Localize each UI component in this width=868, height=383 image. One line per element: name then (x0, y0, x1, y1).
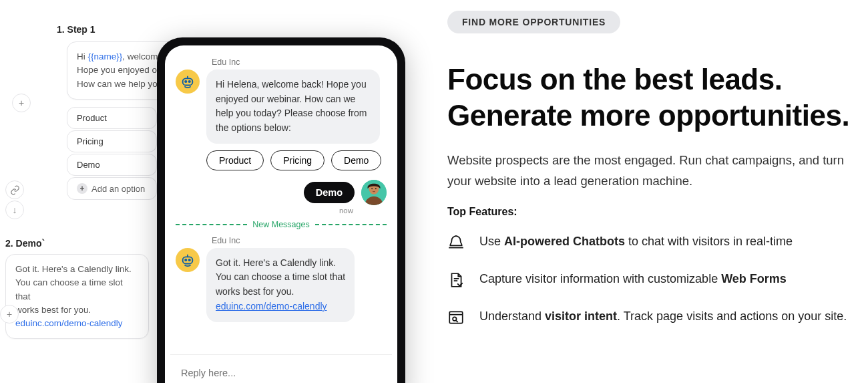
svg-point-6 (371, 188, 373, 189)
f3-post: . Track page visits and actions on your … (617, 309, 847, 323)
new-messages-label: New Messages (252, 220, 309, 229)
step1-name-placeholder: {{name}} (88, 51, 123, 61)
feature-chatbots: Use AI-powered Chatbots to chat with vis… (447, 233, 861, 251)
f3-bold: visitor intent (545, 309, 617, 323)
bell-icon (447, 234, 465, 251)
user-reply-bubble: Demo (304, 182, 355, 203)
reply-input[interactable] (181, 368, 381, 378)
sender-name-1: Edu Inc (212, 57, 387, 67)
new-messages-divider: New Messages (176, 220, 387, 229)
quick-reply-row: Product Pricing Demo (206, 150, 387, 170)
arrow-down-icon[interactable]: ↓ (5, 201, 24, 219)
headline-line1: Focus on the best leads. (447, 63, 782, 96)
add-connector-icon-2[interactable]: + (0, 305, 19, 324)
headline-line2: Generate more opportunities. (447, 99, 849, 132)
features-list: Use AI-powered Chatbots to chat with vis… (447, 233, 861, 326)
calendly-link[interactable]: eduinc.com/demo-calendly (216, 301, 327, 311)
chip-demo[interactable]: Demo (331, 150, 381, 170)
option-product[interactable]: Product (67, 107, 157, 129)
chip-pricing[interactable]: Pricing (270, 150, 324, 170)
sender-name-2: Edu Inc (212, 236, 387, 245)
browser-search-icon (447, 309, 465, 326)
link-icon[interactable] (5, 180, 24, 199)
step2-l1: Got it. Here's a Calendly link. (15, 264, 132, 274)
option-pricing-label: Pricing (77, 136, 103, 146)
svg-point-10 (189, 259, 190, 261)
bot-avatar-icon-2 (176, 248, 200, 272)
f1-post: to chat with visitors in real-time (625, 235, 793, 248)
step2-l2: You can choose a time slot that (15, 277, 123, 301)
user-avatar (361, 180, 387, 205)
chat-window: Edu Inc Hi Helena, welcome back! Hope yo… (165, 45, 397, 383)
chip-product[interactable]: Product (206, 150, 264, 170)
bot-message-2-row: Got it. Here's a Calendly link. You can … (176, 248, 387, 322)
bot-message-1: Hi Helena, welcome back! Hope you enjoye… (206, 70, 380, 144)
svg-rect-8 (183, 257, 193, 263)
f2-bold: Web Forms (721, 272, 787, 285)
chat-phone-mockup: Edu Inc Hi Helena, welcome back! Hope yo… (157, 37, 405, 383)
step1-heading: 1. Step 1 (57, 24, 95, 35)
option-pricing[interactable]: Pricing (67, 130, 157, 152)
add-connector-icon[interactable]: + (12, 94, 31, 112)
user-reply-row: Demo (176, 180, 387, 205)
f3-pre: Understand (479, 309, 545, 323)
option-demo[interactable]: Demo (67, 154, 157, 176)
form-icon (447, 271, 465, 289)
option-product-label: Product (77, 113, 107, 123)
bot2-l3: works best for you. (216, 286, 294, 297)
timestamp-now: now (176, 207, 353, 215)
add-option-button[interactable]: + Add an option (67, 177, 157, 200)
page-subtext: Website prospects are the most engaged. … (447, 150, 861, 191)
svg-rect-1 (183, 78, 193, 85)
plus-icon: + (77, 183, 87, 194)
svg-point-9 (185, 259, 186, 261)
svg-point-7 (375, 188, 377, 189)
step1-text-pre: Hi (77, 51, 88, 61)
svg-point-12 (453, 317, 456, 321)
svg-point-3 (189, 81, 190, 82)
page-headline: Focus on the best leads. Generate more o… (447, 61, 861, 133)
top-features-heading: Top Features: (447, 206, 861, 218)
bot-message-2: Got it. Here's a Calendly link. You can … (206, 248, 355, 322)
svg-point-2 (185, 81, 186, 82)
step2-message-card[interactable]: Got it. Here's a Calendly link. You can … (5, 254, 149, 339)
step2-calendly-link[interactable]: eduinc.com/demo-calendly (15, 318, 123, 328)
step1-text-line3: How can we help you... (77, 79, 170, 89)
step2-heading: 2. Demo` (5, 238, 45, 249)
f2-pre: Capture visitor information with customi… (479, 272, 721, 285)
step2-l3: works best for you. (15, 305, 91, 315)
bot2-l2: You can choose a time slot that (216, 271, 345, 282)
option-demo-label: Demo (77, 160, 100, 170)
section-badge: FIND MORE OPPORTUNITIES (447, 11, 620, 33)
feature-visitor-intent: Understand visitor intent. Track page vi… (447, 307, 861, 326)
f1-pre: Use (479, 235, 504, 248)
feature-webforms: Capture visitor information with customi… (447, 270, 861, 289)
bot-message-1-row: Hi Helena, welcome back! Hope you enjoye… (176, 70, 387, 144)
bot-avatar-icon (176, 70, 200, 94)
reply-input-area[interactable] (170, 354, 392, 383)
bot2-l1: Got it. Here's a Calendly link. (216, 257, 336, 268)
marketing-panel: FIND MORE OPPORTUNITIES Focus on the bes… (447, 11, 861, 326)
f1-bold: AI-powered Chatbots (504, 235, 625, 248)
add-option-label: Add an option (91, 184, 145, 194)
